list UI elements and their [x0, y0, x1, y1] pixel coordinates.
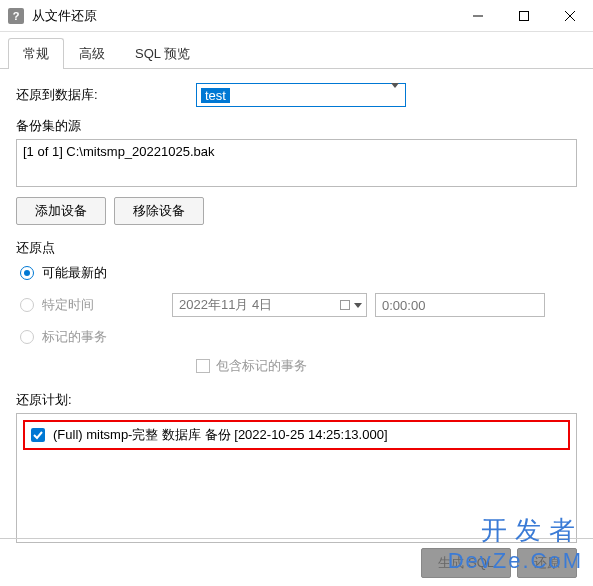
include-marked-label: 包含标记的事务 — [216, 357, 307, 375]
radio-marked-tx[interactable] — [20, 330, 34, 344]
content-panel: 还原到数据库: test 备份集的源 [1 of 1] C:\mitsmp_20… — [0, 69, 593, 557]
restore-plan-list[interactable]: (Full) mitsmp-完整 数据库 备份 [2022-10-25 14:2… — [16, 413, 577, 543]
window-controls — [455, 0, 593, 32]
restore-plan-label: 还原计划: — [16, 391, 577, 409]
close-button[interactable] — [547, 0, 593, 32]
calendar-icon[interactable] — [340, 300, 350, 310]
tab-sql-preview[interactable]: SQL 预览 — [120, 38, 205, 69]
restore-button[interactable]: 还原 — [517, 548, 577, 578]
date-picker-controls — [340, 300, 362, 310]
plan-item-text: (Full) mitsmp-完整 数据库 备份 [2022-10-25 14:2… — [53, 426, 388, 444]
date-picker[interactable]: 2022年11月 4日 — [172, 293, 367, 317]
titlebar: ? 从文件还原 — [0, 0, 593, 32]
restore-to-value: test — [201, 88, 230, 103]
chevron-down-icon — [391, 88, 399, 103]
time-picker[interactable]: 0:00:00 — [375, 293, 545, 317]
add-device-button[interactable]: 添加设备 — [16, 197, 106, 225]
bottom-bar: 生成 SQL 还原 — [0, 538, 593, 586]
backup-source-label: 备份集的源 — [16, 117, 577, 135]
restore-point-label: 还原点 — [16, 239, 577, 257]
backup-source-item[interactable]: [1 of 1] C:\mitsmp_20221025.bak — [23, 144, 570, 159]
chevron-down-icon[interactable] — [354, 303, 362, 308]
restore-to-combo[interactable]: test — [196, 83, 406, 107]
restore-plan-item[interactable]: (Full) mitsmp-完整 数据库 备份 [2022-10-25 14:2… — [23, 420, 570, 450]
maximize-button[interactable] — [501, 0, 547, 32]
backup-source-list[interactable]: [1 of 1] C:\mitsmp_20221025.bak — [16, 139, 577, 187]
tab-general[interactable]: 常规 — [8, 38, 64, 69]
restore-to-label: 还原到数据库: — [16, 86, 196, 104]
restore-point-group: 可能最新的 特定时间 2022年11月 4日 0:00:00 标记的事务 — [16, 261, 577, 349]
time-value: 0:00:00 — [382, 298, 425, 313]
minimize-button[interactable] — [455, 0, 501, 32]
generate-sql-button[interactable]: 生成 SQL — [421, 548, 511, 578]
tab-bar: 常规 高级 SQL 预览 — [0, 32, 593, 69]
radio-latest[interactable] — [20, 266, 34, 280]
include-marked-checkbox[interactable] — [196, 359, 210, 373]
window-title: 从文件还原 — [32, 7, 455, 25]
remove-device-button[interactable]: 移除设备 — [114, 197, 204, 225]
radio-latest-label: 可能最新的 — [42, 264, 107, 282]
svg-rect-1 — [520, 11, 529, 20]
tab-advanced[interactable]: 高级 — [64, 38, 120, 69]
plan-checkbox[interactable] — [31, 428, 45, 442]
date-value: 2022年11月 4日 — [179, 296, 272, 314]
radio-marked-tx-label: 标记的事务 — [42, 328, 107, 346]
app-icon: ? — [8, 8, 24, 24]
radio-specific-time-label: 特定时间 — [42, 296, 142, 314]
radio-specific-time[interactable] — [20, 298, 34, 312]
